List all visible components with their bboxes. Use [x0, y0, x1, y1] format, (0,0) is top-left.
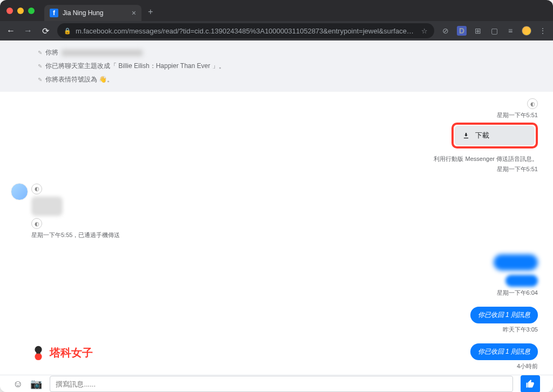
timestamp: 星期一下午6:04	[497, 289, 538, 297]
recalled-message: 你已收回 1 則訊息	[470, 307, 538, 323]
lock-icon: 🔒	[64, 28, 71, 35]
voice-message-icon[interactable]: ◐	[31, 184, 42, 194]
download-icon	[462, 132, 470, 139]
voice-message-icon[interactable]: ◐	[31, 218, 42, 229]
sys-msg-text: 你已將聊天室主題改成「 Billie Eilish：Happier Than E…	[45, 62, 225, 71]
star-icon[interactable]: ☆	[421, 27, 428, 35]
browser-tab[interactable]: f Jia Ning Hung ×	[44, 5, 141, 21]
extensions-icon[interactable]: ⊞	[473, 26, 483, 36]
pencil-icon: ✎	[38, 63, 42, 69]
watermark-text: 塔科女子	[50, 346, 93, 360]
window-controls	[6, 8, 35, 14]
blurred-message	[31, 197, 63, 216]
timestamp: 星期一下午5:51	[497, 165, 538, 173]
message-meta: 星期一下午5:55，已通過手機傳送	[31, 231, 538, 239]
friend-avatar[interactable]	[11, 183, 28, 200]
system-message-row: ✎ 你將表情符號設為 👋。	[38, 73, 515, 86]
facebook-favicon: f	[50, 9, 58, 17]
address-bar: ← → ⟳ 🔒 m.facebook.com/messages/read/?ti…	[0, 21, 553, 40]
svg-point-1	[35, 353, 42, 360]
profile-avatar[interactable]	[522, 26, 531, 36]
maximize-window-button[interactable]	[28, 8, 35, 14]
reading-list-icon[interactable]: ≡	[505, 26, 515, 36]
like-button[interactable]	[521, 375, 540, 392]
reload-button[interactable]: ⟳	[40, 26, 51, 36]
pencil-icon: ✎	[38, 77, 42, 83]
system-message-row: ✎ 你已將聊天室主題改成「 Billie Eilish：Happier Than…	[38, 59, 515, 73]
url-input[interactable]: 🔒 m.facebook.com/messages/read/?tid=cid.…	[57, 23, 434, 38]
browser-titlebar: f Jia Ning Hung × +	[0, 0, 553, 21]
message-input[interactable]	[50, 376, 513, 392]
timestamp: 昨天下午3:05	[503, 326, 538, 334]
timestamp: 星期一下午5:51	[497, 111, 538, 119]
emoji-button[interactable]: ☺	[13, 379, 23, 390]
redacted-text	[62, 50, 143, 56]
chat-messages: ◐ 星期一下午5:51 下載 利用行動版 Messenger 傳送語音訊息。 星…	[0, 92, 553, 375]
download-highlight: 下載	[451, 123, 538, 148]
sent-message-blurred	[505, 275, 538, 287]
watermark: 塔科女子	[30, 344, 93, 361]
download-label: 下載	[475, 131, 489, 140]
camera-button[interactable]: 📷	[30, 378, 42, 390]
adblock-icon[interactable]: ⊘	[441, 26, 450, 36]
sys-msg-text: 你將表情符號設為 👋。	[45, 75, 113, 84]
extension-d-icon[interactable]: D	[457, 26, 467, 36]
minimize-window-button[interactable]	[17, 8, 24, 14]
url-text: m.facebook.com/messages/read/?tid=cid.c.…	[76, 27, 417, 35]
close-tab-button[interactable]: ×	[132, 9, 136, 17]
voice-hint: 利用行動版 Messenger 傳送語音訊息。	[434, 155, 538, 163]
download-button[interactable]: 下載	[455, 126, 535, 145]
forward-button[interactable]: →	[23, 26, 33, 36]
extension-icons: ⊘ D ⊞ ▢ ≡ ⋮	[441, 26, 548, 36]
system-messages: ✎ 你將 ✎ 你已將聊天室主題改成「 Billie Eilish：Happier…	[0, 40, 553, 92]
timestamp: 4小時前	[517, 362, 538, 370]
sent-message-blurred	[494, 254, 538, 271]
thumbs-up-icon	[525, 379, 535, 389]
pencil-icon: ✎	[38, 50, 42, 56]
svg-rect-2	[36, 352, 41, 354]
cast-icon[interactable]: ▢	[489, 26, 499, 36]
new-tab-button[interactable]: +	[148, 7, 153, 17]
close-window-button[interactable]	[6, 8, 13, 14]
system-message-row: ✎ 你將	[38, 46, 515, 59]
page-content: ✎ 你將 ✎ 你已將聊天室主題改成「 Billie Eilish：Happier…	[0, 40, 553, 392]
recalled-message: 你已收回 1 則訊息	[470, 343, 538, 360]
tab-title: Jia Ning Hung	[63, 9, 127, 17]
voice-message-icon[interactable]: ◐	[527, 98, 538, 109]
watermark-icon	[30, 344, 46, 361]
message-composer: ☺ 📷	[0, 375, 553, 392]
sys-msg-text: 你將	[45, 48, 58, 57]
menu-icon[interactable]: ⋮	[538, 26, 548, 36]
back-button[interactable]: ←	[5, 26, 16, 36]
